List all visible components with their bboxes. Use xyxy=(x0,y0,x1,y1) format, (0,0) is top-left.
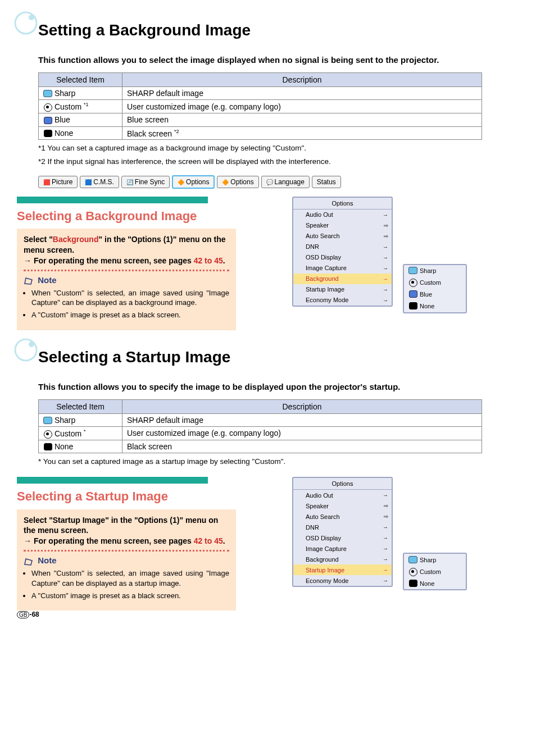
panel-row-audio-out[interactable]: Audio Out→ xyxy=(293,490,392,500)
panel-row-economy-mode[interactable]: Economy Mode→ xyxy=(293,295,392,306)
dotted-divider xyxy=(24,270,229,271)
menu-tab-options[interactable]: 🔶Options xyxy=(172,175,215,189)
sharp-icon xyxy=(408,556,417,564)
none-icon xyxy=(43,130,52,138)
page-number: GB-68 xyxy=(17,611,39,618)
none-icon xyxy=(408,580,417,588)
background-table: Selected Item Description Sharp SHARP de… xyxy=(38,72,482,140)
panel-row-background[interactable]: Background→ xyxy=(293,274,392,284)
menu-tab-strip: 🟥Picture 🟦C.M.S. 🔄Fine Sync 🔶Options 🔶Op… xyxy=(38,175,519,189)
startup-submenu: SharpCustomNone xyxy=(403,553,467,590)
menu-tab-language[interactable]: 💬Language xyxy=(261,176,310,188)
intro-text-1: This function allows you to select the i… xyxy=(38,55,519,65)
panel-row-dnr[interactable]: DNR→ xyxy=(293,242,392,252)
footnote-2: * You can set a captured image as a star… xyxy=(38,457,519,467)
options-panel-2: Options Audio Out→Speaker⇨Auto Search⇨DN… xyxy=(292,477,393,587)
submenu-row-blue[interactable]: Blue xyxy=(404,289,466,300)
section-heading-1: Setting a Background Image xyxy=(17,17,519,39)
dotted-divider-2 xyxy=(24,550,229,552)
note-icon xyxy=(24,557,34,566)
blue-icon xyxy=(43,117,52,125)
panel-header-1: Options xyxy=(293,198,392,210)
panel-row-auto-search[interactable]: Auto Search⇨ xyxy=(293,511,392,522)
panel-row-osd-display[interactable]: OSD Display→ xyxy=(293,252,392,263)
note-header-2: Note xyxy=(24,555,229,566)
sub-heading-2: Selecting a Startup Image xyxy=(17,489,236,503)
panel-row-auto-search[interactable]: Auto Search⇨ xyxy=(293,231,392,242)
table-row: Blue Blue screen xyxy=(39,113,482,126)
custom-icon xyxy=(408,568,417,576)
sharp-icon xyxy=(43,417,52,425)
th-selected-item: Selected Item xyxy=(39,73,122,87)
none-icon xyxy=(408,302,417,310)
custom-icon xyxy=(408,279,417,286)
menu-tab-finesync[interactable]: 🔄Fine Sync xyxy=(121,176,170,188)
panel-header-2: Options xyxy=(293,478,392,490)
instruction-box-2: Select "Startup Image" in the "Options (… xyxy=(17,509,236,611)
note-list-2: When "Custom" is selected, an image save… xyxy=(31,568,229,600)
panel-row-speaker[interactable]: Speaker⇨ xyxy=(293,500,392,511)
table-row: Sharp SHARP default image xyxy=(39,87,482,100)
section-title-1: Setting a Background Image xyxy=(38,17,519,39)
note-header-1: Note xyxy=(24,275,229,286)
panel-row-background[interactable]: Background→ xyxy=(293,554,392,564)
section-title-2: Selecting a Startup Image xyxy=(38,344,519,366)
section-heading-2: Selecting a Startup Image xyxy=(17,344,519,366)
submenu-row-custom[interactable]: Custom xyxy=(404,566,466,577)
menu-tab-status[interactable]: Status xyxy=(312,176,341,188)
th-description-2: Description xyxy=(122,399,482,413)
panel-row-osd-display[interactable]: OSD Display→ xyxy=(293,532,392,543)
submenu-row-none[interactable]: None xyxy=(404,300,466,312)
footnote-1a: *1 You can set a captured image as a bac… xyxy=(38,143,519,153)
bullet-circle-icon xyxy=(14,11,38,35)
sub-heading-1: Selecting a Background Image xyxy=(17,209,236,223)
startup-table: Selected Item Description Sharp SHARP de… xyxy=(38,399,482,454)
panel-row-image-capture[interactable]: Image Capture→ xyxy=(293,543,392,554)
none-icon xyxy=(43,443,52,451)
sharp-icon xyxy=(408,267,417,275)
svg-point-1 xyxy=(29,15,34,20)
bullet-circle-icon xyxy=(14,338,38,362)
custom-icon xyxy=(43,430,52,438)
table-row: None Black screen xyxy=(39,440,482,453)
panel-row-startup-image[interactable]: Startup Image→ xyxy=(293,284,392,295)
blue-icon xyxy=(408,290,417,298)
options-panel-1: Options Audio Out→Speaker⇨Auto Search⇨DN… xyxy=(292,197,393,307)
table-row: Custom *1User customized image (e.g. com… xyxy=(39,100,482,113)
table-row: Custom *User customized image (e.g. comp… xyxy=(39,426,482,440)
sharp-icon xyxy=(43,90,52,98)
note-icon xyxy=(24,276,34,285)
green-bar-2 xyxy=(17,477,208,484)
intro-text-2: This function allows you to specify the … xyxy=(38,382,519,391)
submenu-row-custom[interactable]: Custom xyxy=(404,277,466,289)
menu-tab-cms[interactable]: 🟦C.M.S. xyxy=(80,176,119,188)
th-selected-item-2: Selected Item xyxy=(39,399,122,413)
instruction-box-1: Select "Background" in the "Options (1)"… xyxy=(17,229,236,330)
custom-icon xyxy=(43,103,52,111)
table-row: None Black screen *2 xyxy=(39,126,482,140)
table-row: Sharp SHARP default image xyxy=(39,413,482,426)
menu-tab-picture[interactable]: 🟥Picture xyxy=(38,176,78,188)
panel-row-economy-mode[interactable]: Economy Mode→ xyxy=(293,575,392,586)
panel-row-image-capture[interactable]: Image Capture→ xyxy=(293,263,392,274)
svg-point-3 xyxy=(29,341,34,347)
submenu-row-sharp[interactable]: Sharp xyxy=(404,265,466,277)
green-bar-1 xyxy=(17,197,208,203)
note-list-1: When "Custom" is selected, an image save… xyxy=(31,288,229,320)
th-description: Description xyxy=(122,73,482,87)
panel-row-dnr[interactable]: DNR→ xyxy=(293,522,392,532)
panel-row-audio-out[interactable]: Audio Out→ xyxy=(293,210,392,220)
background-submenu: SharpCustomBlueNone xyxy=(403,264,467,313)
panel-row-speaker[interactable]: Speaker⇨ xyxy=(293,220,392,231)
submenu-row-none[interactable]: None xyxy=(404,577,466,589)
submenu-row-sharp[interactable]: Sharp xyxy=(404,554,466,566)
menu-tab-options[interactable]: 🔶Options xyxy=(217,176,258,188)
panel-row-startup-image[interactable]: Startup Image→ xyxy=(293,564,392,575)
footnote-1b: *2 If the input signal has interference,… xyxy=(38,157,519,167)
